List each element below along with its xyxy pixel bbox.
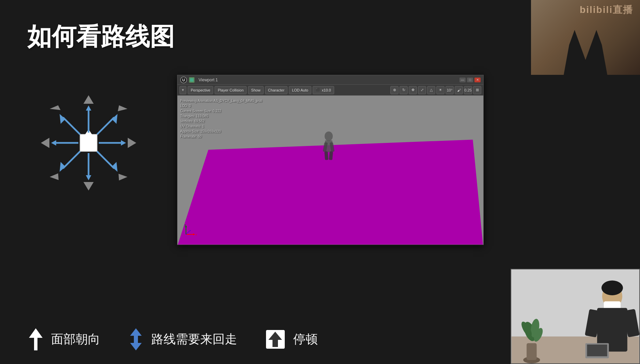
info-line5: Vertices: 69,562 (180, 119, 262, 124)
svg-marker-5 (51, 140, 56, 146)
svg-line-14 (97, 151, 114, 168)
svg-point-29 (325, 132, 333, 141)
face-direction-label: 面部朝向 (51, 331, 100, 348)
angle-btn[interactable]: 10° (446, 86, 454, 94)
viewport-titlebar: U Viewport 1 — □ ✕ (177, 75, 483, 85)
svg-marker-19 (83, 182, 94, 191)
opacity-btn[interactable]: 0.25 (464, 86, 472, 94)
info-line8: Framerate: 60 (180, 134, 262, 139)
lod-auto-label: LOD Auto (292, 88, 308, 92)
bottom-item-route: 路线需要来回走 (127, 328, 237, 350)
player-collision-label: Player Collision (218, 88, 244, 92)
svg-marker-9 (86, 175, 91, 180)
zoom-icon: ⬛ (316, 88, 321, 92)
camera-icon-btn[interactable]: ⊕ (390, 86, 399, 94)
toolbar-right: ⊕ ↻ ✥ ⤢ △ ☀ 10° 🖌 0.25 ⊞ (390, 86, 481, 94)
svg-line-12 (63, 117, 80, 134)
svg-marker-17 (60, 162, 65, 172)
character-label: Character (268, 88, 284, 92)
webcam-overlay (511, 269, 640, 364)
svg-marker-44 (130, 336, 142, 350)
move-icon-btn[interactable]: ✥ (409, 86, 417, 94)
svg-marker-22 (50, 103, 62, 115)
ue-logo: U (180, 77, 187, 83)
triangle-icon-btn[interactable]: △ (427, 86, 435, 94)
top-right-decoration (531, 0, 640, 75)
info-line7: Approx Size: 159x269x320 (180, 129, 262, 134)
info-line3: Current Screen Size: 0.222 (180, 109, 262, 114)
viewport-dropdown[interactable]: ▼ (179, 86, 186, 94)
maximize-button[interactable]: □ (467, 78, 473, 82)
svg-rect-62 (587, 345, 607, 357)
svg-marker-36 (193, 233, 195, 235)
info-line2: LOD: 0 (180, 103, 262, 109)
pause-label: 停顿 (293, 331, 318, 348)
svg-marker-13 (60, 114, 65, 124)
viewport-content[interactable]: Previewing Animation AS_DYCY_Lang_04_MMS… (177, 96, 483, 245)
svg-marker-21 (128, 138, 136, 148)
svg-line-16 (63, 151, 80, 168)
zoom-label: x10.0 (322, 88, 331, 92)
layers-icon-btn[interactable]: ⊞ (473, 86, 481, 94)
svg-marker-11 (112, 114, 118, 124)
opacity-label: 0.25 (464, 88, 471, 92)
svg-marker-20 (41, 138, 49, 148)
info-line1: Previewing Animation AS_DYCY_Lang_04_MMS… (180, 98, 262, 103)
webcam-content (511, 269, 639, 363)
bottom-item-pause: 停顿 (264, 328, 318, 350)
svg-line-10 (97, 117, 114, 134)
route-label: 路线需要来回走 (151, 331, 237, 348)
scale-icon-btn[interactable]: ⤢ (418, 86, 426, 94)
svg-marker-18 (83, 95, 94, 104)
perspective-button[interactable]: Perspective (188, 86, 213, 94)
svg-marker-15 (112, 162, 118, 172)
svg-rect-26 (190, 78, 193, 82)
svg-text:y: y (185, 224, 186, 226)
light-icon-btn[interactable]: ☀ (436, 86, 444, 94)
info-line4: Triangles: 119,085 (180, 114, 262, 119)
viewport-title: Viewport 1 (199, 78, 218, 82)
viewport-toolbar: ▼ Perspective Player Collision Show Char… (177, 85, 483, 96)
window-controls: — □ ✕ (459, 78, 481, 82)
paint-icon-btn[interactable]: 🖌 (455, 86, 463, 94)
perspective-label: Perspective (191, 88, 210, 92)
close-button[interactable]: ✕ (474, 78, 481, 82)
svg-marker-23 (115, 103, 127, 115)
coordinate-axes: x y (184, 224, 201, 238)
angle-label: 10° (447, 88, 453, 92)
viewport-info: Previewing Animation AS_DYCY_Lang_04_MMS… (180, 98, 262, 139)
svg-marker-7 (86, 105, 91, 111)
bottom-item-face: 面部朝向 (27, 328, 100, 350)
show-button[interactable]: Show (248, 86, 264, 94)
zoom-button[interactable]: ⬛ x10.0 (313, 86, 334, 94)
svg-rect-51 (527, 343, 537, 360)
minimize-button[interactable]: — (459, 78, 466, 82)
up-arrow-icon (27, 328, 44, 350)
character-button[interactable]: Character (265, 86, 287, 94)
svg-rect-0 (80, 134, 97, 151)
lod-auto-button[interactable]: LOD Auto (289, 86, 311, 94)
info-line6: UV Channels: 1 (180, 124, 262, 129)
bottom-section: 面部朝向 路线需要来回走 停顿 (27, 328, 368, 350)
page-title: 如何看路线图 (27, 20, 174, 53)
svg-marker-42 (29, 328, 43, 350)
show-label: Show (251, 88, 261, 92)
rotate-icon-btn[interactable]: ↻ (400, 86, 408, 94)
player-collision-button[interactable]: Player Collision (215, 86, 247, 94)
svg-marker-3 (121, 140, 126, 146)
svg-text:x: x (196, 233, 197, 236)
svg-marker-24 (50, 171, 62, 183)
svg-line-39 (186, 230, 190, 234)
updown-arrow-icon (127, 328, 144, 350)
arrows-diagram (27, 82, 150, 204)
viewport-window: U Viewport 1 — □ ✕ ▼ Perspective Player … (177, 75, 484, 245)
viewport-tab-icon (189, 77, 194, 83)
webcam-scene (511, 269, 639, 363)
svg-point-63 (602, 281, 623, 295)
box-arrow-icon (264, 328, 286, 350)
svg-marker-25 (115, 171, 127, 183)
